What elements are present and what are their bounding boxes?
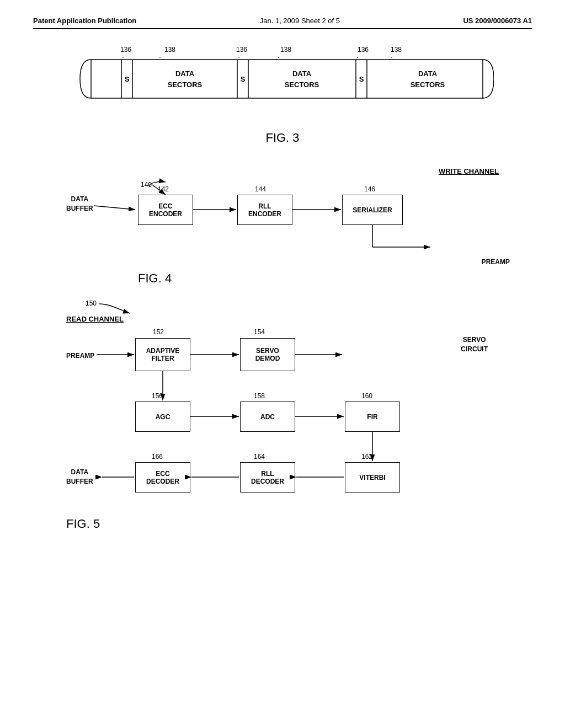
fig3-container: 136 138 136 138 136 138	[33, 46, 532, 145]
ref-146: 146	[364, 185, 375, 193]
ref-138-2: 138	[280, 46, 291, 53]
rll-decoder-box: RLL DECODER	[240, 462, 295, 493]
svg-text:S: S	[359, 75, 364, 83]
fir-box: FIR	[345, 402, 400, 432]
svg-line-30	[94, 206, 135, 210]
fig3-tape-svg: S S S DATA SECTORS DATA SECTORS DATA SEC…	[74, 57, 494, 101]
header-center: Jan. 1, 2009 Sheet 2 of 5	[260, 17, 340, 25]
adaptive-filter-box: ADAPTIVE FILTER	[135, 338, 190, 371]
servo-circuit-label: SERVOCIRCUIT	[461, 335, 488, 354]
rll-encoder-box: RLL ENCODER	[237, 195, 292, 225]
ref-150: 150	[86, 299, 97, 307]
ref-144: 144	[255, 185, 266, 193]
ref-138-3: 138	[391, 46, 402, 53]
ecc-encoder-box: ECC ENCODER	[138, 195, 193, 225]
svg-text:S: S	[241, 75, 246, 83]
ref-138-1: 138	[164, 46, 175, 53]
fig4-preamp-label: PREAMP	[482, 258, 510, 266]
fig4-label: FIG. 4	[138, 271, 172, 286]
ref-136-2: 136	[236, 46, 247, 53]
fig5-label: FIG. 5	[66, 517, 100, 531]
fig5-container: 150 READ CHANNEL PREAMP ADAPTIVE FILTER …	[33, 299, 532, 531]
svg-text:SECTORS: SECTORS	[285, 81, 319, 89]
svg-text:DATA: DATA	[418, 69, 438, 78]
fig4-arrows	[33, 162, 532, 288]
ref-136-1: 136	[120, 46, 131, 53]
ref-152: 152	[153, 328, 164, 336]
fig5-preamp-label: PREAMP	[66, 352, 94, 360]
servo-demod-box: SERVO DEMOD	[240, 338, 295, 371]
fig4-container: WRITE CHANNEL DATABUFFER 140 ECC ENCODER…	[33, 162, 532, 288]
svg-text:SECTORS: SECTORS	[411, 81, 445, 89]
page: Patent Application Publication Jan. 1, 2…	[0, 0, 565, 728]
fig5-data-buffer-label: DATABUFFER	[66, 468, 93, 486]
ref-156: 156	[152, 392, 163, 400]
serializer-box: SERIALIZER	[342, 195, 403, 225]
svg-text:SECTORS: SECTORS	[168, 81, 202, 89]
ref-154: 154	[254, 328, 265, 336]
ref-158: 158	[254, 392, 265, 400]
ref-142: 142	[158, 185, 169, 193]
write-channel-label: WRITE CHANNEL	[439, 167, 499, 175]
svg-text:S: S	[125, 75, 130, 83]
fig3-label: FIG. 3	[33, 131, 532, 145]
ref-162: 162	[361, 453, 372, 461]
read-channel-label: READ CHANNEL	[66, 315, 124, 323]
ref-160: 160	[361, 392, 372, 400]
ref-164: 164	[254, 453, 265, 461]
header-left: Patent Application Publication	[33, 17, 136, 25]
adc-box: ADC	[240, 402, 295, 432]
ref-136-3: 136	[358, 46, 369, 53]
ecc-decoder-box: ECC DECODER	[135, 462, 190, 493]
svg-text:DATA: DATA	[292, 69, 312, 78]
header-right: US 2009/0006073 A1	[463, 17, 532, 25]
ref-140: 140	[141, 181, 152, 189]
svg-text:DATA: DATA	[175, 69, 195, 78]
ref-166: 166	[152, 453, 163, 461]
agc-box: AGC	[135, 402, 190, 432]
header: Patent Application Publication Jan. 1, 2…	[33, 17, 532, 29]
fig4-data-buffer-label: DATABUFFER	[66, 195, 93, 213]
viterbi-box: VITERBI	[345, 462, 400, 493]
